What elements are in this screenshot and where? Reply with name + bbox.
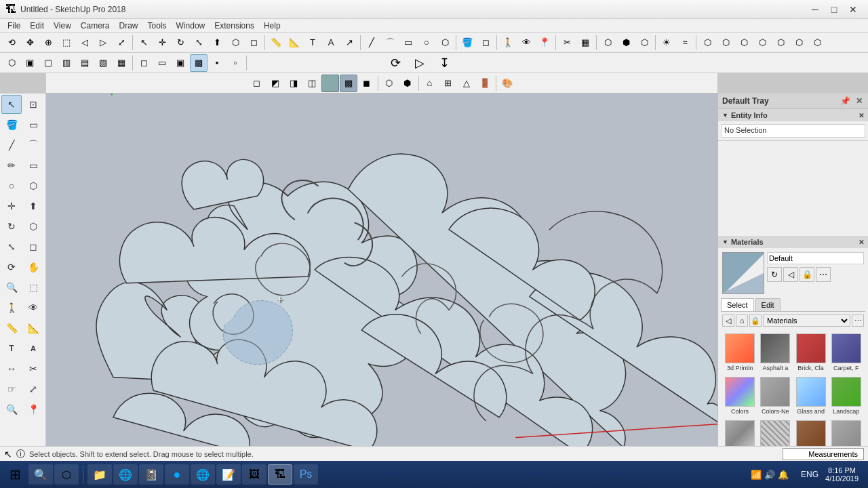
taskbar-explorer[interactable]: 📁 <box>87 464 112 485</box>
comp-explode[interactable]: ⬢ <box>399 75 416 92</box>
polygon-tool[interactable]: ⬡ <box>23 176 43 195</box>
tool-shadows[interactable]: ☀ <box>658 34 675 52</box>
style-shaded[interactable]: ▣ <box>172 54 189 72</box>
tool-position-camera[interactable]: 📍 <box>536 34 553 52</box>
style-wireframe[interactable]: ◻ <box>135 54 153 72</box>
tool-component[interactable]: ⬡ <box>599 34 616 52</box>
face-solid[interactable] <box>321 75 339 92</box>
walk-tool[interactable]: 🚶 <box>1 298 22 317</box>
tool-walk[interactable]: 🚶 <box>499 34 517 52</box>
face-front[interactable]: ◨ <box>285 75 302 92</box>
circle-tool[interactable]: ○ <box>1 176 22 195</box>
viewport[interactable]: + <box>46 94 717 446</box>
view-left[interactable]: ▧ <box>94 54 112 72</box>
taskbar-sublime[interactable]: 📝 <box>216 464 241 485</box>
taskbar-clock[interactable]: 8:16 PM 4/10/2019 <box>825 466 859 483</box>
face-back[interactable]: ◩ <box>267 75 284 92</box>
position-camera-tool[interactable]: 📍 <box>23 400 43 419</box>
tool-look-around[interactable]: 👁 <box>517 34 535 52</box>
tool-sandbox-stamp[interactable]: ⬡ <box>753 34 771 52</box>
house-design[interactable]: ⌂ <box>421 75 439 92</box>
follow-me-tool[interactable]: ⬡ <box>23 217 43 236</box>
face-monochrome2[interactable]: ◼ <box>358 75 376 92</box>
minimize-button[interactable]: ─ <box>806 0 825 19</box>
mat-colors[interactable]: Colors <box>724 375 756 416</box>
tape-measure-tool[interactable]: 📏 <box>1 319 22 338</box>
menu-draw[interactable]: Draw <box>115 20 143 31</box>
line-tool[interactable]: ╱ <box>1 136 22 155</box>
large-tool-position[interactable]: ↧ <box>433 52 455 74</box>
tool-eraser[interactable]: ◻ <box>477 34 494 52</box>
tool-rectangle[interactable]: ▭ <box>399 34 417 52</box>
tool-group[interactable]: ⬢ <box>617 34 635 52</box>
mat-roofing[interactable]: Roofing <box>795 419 827 446</box>
interact-tool[interactable]: ☞ <box>1 380 22 399</box>
zoom-extents-tool[interactable]: ⤢ <box>23 380 43 399</box>
tool-offset[interactable]: ◻ <box>245 34 262 52</box>
material-expand[interactable]: ⋯ <box>852 314 864 327</box>
tool-pan[interactable]: ✥ <box>21 34 39 52</box>
tool-fog[interactable]: ≈ <box>676 34 694 52</box>
comp-edit[interactable]: ⬡ <box>380 75 398 92</box>
style-hidden-line[interactable]: ▭ <box>153 54 171 72</box>
menu-help[interactable]: Help <box>259 20 285 31</box>
view-right[interactable]: ▥ <box>58 54 75 72</box>
tray-close-button[interactable]: ✕ <box>854 96 864 106</box>
view-front[interactable]: ▢ <box>39 54 57 72</box>
tray-pin-button[interactable]: 📌 <box>839 96 852 106</box>
scale-tool[interactable]: ⤡ <box>1 237 22 256</box>
style-xray[interactable]: ▫ <box>226 54 244 72</box>
tool-move[interactable]: ✛ <box>153 34 171 52</box>
taskbar-language[interactable]: ENG <box>795 470 824 479</box>
face-default[interactable]: ◻ <box>248 75 266 92</box>
material-more[interactable]: ⋯ <box>816 267 831 282</box>
rectangle-tool[interactable]: ▭ <box>23 156 43 175</box>
tool-zoom-extents[interactable]: ⤢ <box>113 34 130 52</box>
paint-bucket-tool[interactable]: 🪣 <box>1 115 22 134</box>
view-top[interactable]: ▣ <box>21 54 39 72</box>
tool-make-component[interactable]: ⬡ <box>635 34 653 52</box>
taskbar-edge[interactable]: 🌐 <box>113 464 138 485</box>
make-component-tool[interactable]: ⊡ <box>23 95 43 114</box>
mat-brick[interactable]: Brick, Cla <box>795 332 827 373</box>
start-button[interactable]: ⊞ <box>3 464 27 485</box>
move-tool[interactable]: ✛ <box>1 197 22 216</box>
text-tool[interactable]: T <box>1 339 22 358</box>
tool-tape-measure[interactable]: 📏 <box>267 34 285 52</box>
roof-design[interactable]: △ <box>458 75 475 92</box>
tool-sandbox-from-scratch[interactable]: ⬡ <box>698 34 716 52</box>
face-transparent[interactable]: ◫ <box>303 75 321 92</box>
menu-extensions[interactable]: Extensions <box>210 20 259 31</box>
tool-zoom-in[interactable]: ⊕ <box>39 34 57 52</box>
3d-text-tool[interactable]: A <box>23 339 43 358</box>
building-design[interactable]: ⊞ <box>439 75 457 92</box>
select-tool[interactable]: ↖ <box>1 95 22 114</box>
taskbar-chrome[interactable]: 🌐 <box>191 464 215 485</box>
mat-glass[interactable]: Glass and <box>795 375 827 416</box>
tool-select[interactable]: ↖ <box>135 34 153 52</box>
large-tool-orbit[interactable]: ⟳ <box>384 52 406 74</box>
material-back-nav[interactable]: ◁ <box>722 314 734 327</box>
tool-circle[interactable]: ○ <box>418 34 435 52</box>
tool-protractor[interactable]: 📐 <box>285 34 303 52</box>
menu-camera[interactable]: Camera <box>76 20 115 31</box>
section-plane-tool[interactable]: ✂ <box>23 359 43 378</box>
mat-stone[interactable]: Stone <box>830 419 863 446</box>
taskbar-gimp[interactable]: 🖼 <box>242 464 267 485</box>
menu-file[interactable]: File <box>3 20 25 31</box>
push-pull-tool[interactable]: ⬆ <box>23 197 43 216</box>
tool-scale[interactable]: ⤡ <box>190 34 208 52</box>
mat-3dprint[interactable]: 3d Printin <box>724 332 756 373</box>
tool-sandbox-drape[interactable]: ⬡ <box>772 34 789 52</box>
tool-section-display[interactable]: ▦ <box>576 34 594 52</box>
rotate-tool[interactable]: ↻ <box>1 217 22 236</box>
tool-rotate[interactable]: ↻ <box>172 34 189 52</box>
mat-patterns[interactable]: Patterns <box>759 419 791 446</box>
entity-info-header[interactable]: ▼ Entity Info ✕ <box>718 109 868 121</box>
menu-edit[interactable]: Edit <box>25 20 49 31</box>
pan-tool[interactable]: ✋ <box>23 258 43 277</box>
view-iso[interactable]: ⬡ <box>3 54 20 72</box>
mat-carpet[interactable]: Carpet, F <box>830 332 863 373</box>
menu-tools[interactable]: Tools <box>143 20 172 31</box>
layout-export[interactable]: 🎨 <box>498 75 516 92</box>
